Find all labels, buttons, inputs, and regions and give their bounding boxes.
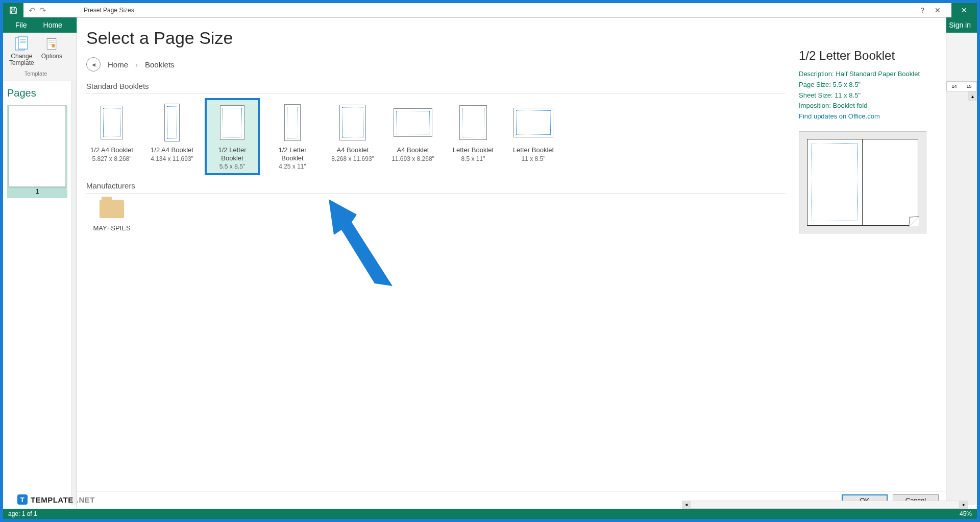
options-label: Options <box>41 53 62 60</box>
change-template-label: Change Template <box>9 53 34 66</box>
back-button[interactable]: ◂ <box>86 57 101 72</box>
scroll-up-icon[interactable]: ▴ <box>968 91 977 101</box>
booklet-page-icon <box>339 103 366 142</box>
change-template-button[interactable]: Change Template <box>7 36 36 66</box>
sign-in-link[interactable]: Sign in <box>949 21 971 29</box>
help-icon[interactable]: ? <box>920 6 924 14</box>
preview-box <box>799 131 926 233</box>
tab-file[interactable]: File <box>7 17 35 33</box>
booklet-name: 1/2 A4 Booklet <box>151 146 193 154</box>
booklet-name: 1/2 A4 Booklet <box>90 146 133 154</box>
booklet-page-icon <box>101 103 123 142</box>
booklet-dimensions: 5.5 x 8.5" <box>219 163 245 170</box>
section-manufacturers: Manufacturers <box>86 178 786 194</box>
template-badge-icon: T <box>17 494 28 505</box>
booklet-item[interactable]: Letter Booklet8.5 x 11" <box>448 100 499 173</box>
redo-icon[interactable]: ↷ <box>39 6 46 15</box>
booklet-item[interactable]: 1/2 A4 Booklet4.134 x 11.693" <box>146 100 198 173</box>
manufacturer-folder[interactable]: MAY+SPIES <box>86 200 137 232</box>
annotation-arrow-icon <box>326 197 403 291</box>
svg-rect-4 <box>47 39 57 50</box>
svg-rect-2 <box>20 39 26 40</box>
dialog-titlebar: Preset Page Sizes ? ✕ <box>79 3 944 17</box>
booklet-item[interactable]: A4 Booklet11.693 x 8.268" <box>387 100 438 173</box>
vertical-scrollbar[interactable]: ▴ <box>968 91 977 505</box>
watermark: T TEMPLATE.NET <box>17 494 95 505</box>
pages-panel-title: Pages <box>7 85 67 105</box>
svg-rect-3 <box>20 41 26 43</box>
folder-icon <box>100 200 124 218</box>
dialog-details-panel: 1/2 Letter Booklet Description: Half Sta… <box>796 28 939 486</box>
office-updates-link[interactable]: Find updates on Office.com <box>799 112 880 120</box>
options-button[interactable]: Options <box>39 36 64 66</box>
booklet-dimensions: 4.134 x 11.693" <box>151 155 193 162</box>
tab-home[interactable]: Home <box>35 17 70 33</box>
breadcrumb: ◂ Home › Booklets <box>86 57 786 72</box>
booklet-page-icon <box>459 103 487 142</box>
scroll-right-icon[interactable]: ▸ <box>960 501 968 509</box>
booklet-item[interactable]: Letter Booklet11 x 8.5" <box>508 100 559 173</box>
dialog-window-title: Preset Page Sizes <box>84 7 134 14</box>
app-close-icon[interactable]: ✕ <box>951 3 977 17</box>
page-thumbnail-number: 1 <box>7 187 67 196</box>
minimize-icon[interactable]: — <box>928 3 951 17</box>
dialog-title: Select a Page Size <box>86 28 786 48</box>
booklet-page-icon <box>284 103 301 142</box>
breadcrumb-home[interactable]: Home <box>108 60 128 69</box>
booklet-name: Letter Booklet <box>453 146 494 154</box>
ribbon-group-template-label: Template <box>24 70 47 77</box>
horizontal-scrollbar[interactable]: ◂ ▸ <box>682 500 968 509</box>
details-title: 1/2 Letter Booklet <box>799 49 939 63</box>
booklet-name: Letter Booklet <box>513 146 554 154</box>
horizontal-ruler: 14 15 <box>946 81 977 91</box>
booklet-name: 1/2 Letter Booklet <box>268 146 317 162</box>
booklet-dimensions: 8.5 x 11" <box>461 155 485 162</box>
booklet-page-icon <box>164 103 180 142</box>
svg-marker-9 <box>329 199 393 286</box>
booklet-dimensions: 11.693 x 8.268" <box>391 155 434 162</box>
save-icon[interactable] <box>3 3 23 17</box>
booklet-grid: 1/2 A4 Booklet5.827 x 8.268"1/2 A4 Bookl… <box>86 100 786 173</box>
manufacturer-name: MAY+SPIES <box>93 224 130 232</box>
undo-icon[interactable]: ↶ <box>29 6 35 15</box>
chevron-right-icon: › <box>135 60 138 69</box>
booklet-page-icon <box>220 103 244 142</box>
page-size-dialog: Select a Page Size ◂ Home › Booklets Sta… <box>77 17 946 510</box>
booklet-name: 1/2 Letter Booklet <box>208 146 257 162</box>
booklet-item[interactable]: 1/2 A4 Booklet5.827 x 8.268" <box>86 100 137 173</box>
booklet-name: A4 Booklet <box>397 146 429 154</box>
status-page: age: 1 of 1 <box>8 510 37 517</box>
svg-point-8 <box>52 44 55 48</box>
booklet-page-icon <box>513 103 553 142</box>
booklet-item[interactable]: 1/2 Letter Booklet4.25 x 11" <box>267 100 318 173</box>
booklet-dimensions: 4.25 x 11" <box>279 163 306 170</box>
booklet-dimensions: 11 x 8.5" <box>522 155 546 162</box>
booklet-item[interactable]: A4 Booklet8.268 x 11.693" <box>327 100 378 173</box>
booklet-dimensions: 8.268 x 11.693" <box>331 155 374 162</box>
booklet-name: A4 Booklet <box>337 146 369 154</box>
booklet-item[interactable]: 1/2 Letter Booklet5.5 x 8.5" <box>207 100 258 173</box>
status-bar: age: 1 of 1 45% <box>3 509 977 519</box>
booklet-dimensions: 5.827 x 8.268" <box>92 155 132 162</box>
scroll-left-icon[interactable]: ◂ <box>682 501 690 509</box>
booklet-page-icon <box>394 103 432 142</box>
breadcrumb-current: Booklets <box>145 60 175 69</box>
template-icon <box>13 36 30 52</box>
section-standard-booklets: Standard Booklets <box>86 79 786 94</box>
status-zoom: 45% <box>960 510 972 517</box>
app-window: ↶ ↷ Preset Page Sizes ? ✕ — ✕ File Home … <box>3 3 977 519</box>
options-icon <box>43 36 60 52</box>
page-thumbnail[interactable]: 1 <box>7 105 67 198</box>
pages-panel: Pages 1 <box>3 81 72 505</box>
chevron-left-icon: ◂ <box>92 60 95 68</box>
